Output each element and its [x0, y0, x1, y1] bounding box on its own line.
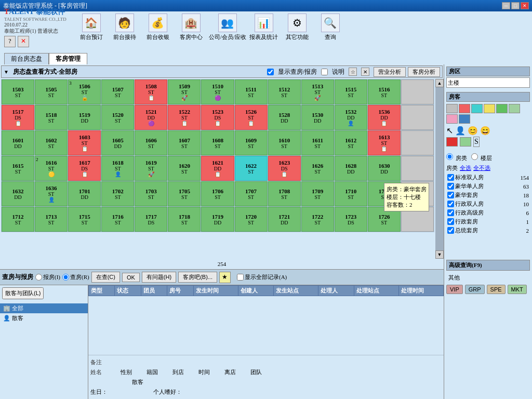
mkt-btn[interactable]: MKT [508, 285, 527, 294]
vip-btn[interactable]: VIP [446, 285, 463, 294]
room-cell[interactable]: 1716ST [101, 207, 134, 232]
room-cell[interactable]: 1617DS📋 [68, 156, 101, 181]
room-cell[interactable] [401, 130, 434, 155]
x-filter-btn[interactable]: ✕ [361, 68, 369, 76]
room-cell[interactable]: 1706ST [201, 181, 234, 206]
room-cell[interactable]: 21616ST🟡 [35, 156, 68, 181]
room-cell[interactable]: 1626ST [301, 156, 334, 181]
toolbar-kefang[interactable]: 🏨 客房中心 [176, 14, 207, 41]
roomtype-checkbox[interactable] [447, 201, 454, 207]
legend-cyan[interactable] [471, 104, 483, 113]
list-item-single[interactable]: 👤 散客 [0, 313, 88, 323]
ok-btn[interactable]: OK [122, 273, 140, 282]
toolbar-qiantai-shoyin[interactable]: 💰 前台收银 [142, 14, 174, 41]
person-icon[interactable]: 👤 [455, 126, 466, 136]
room-cell[interactable]: 1505ST [35, 79, 68, 104]
room-cell[interactable]: 1520ST [101, 105, 134, 130]
room-cell[interactable]: 1709ST [301, 181, 334, 206]
legend-dark-red[interactable] [446, 137, 458, 147]
room-cell[interactable]: 1708ST [268, 181, 301, 206]
room-cell[interactable]: 1621DD📋 [201, 156, 234, 181]
close-button[interactable]: ✕ [521, 2, 529, 9]
radio-checkout[interactable] [62, 274, 69, 281]
area-input[interactable] [446, 77, 530, 88]
scroll-up-btn[interactable]: ▲ [435, 79, 444, 87]
restore-button[interactable]: □ [511, 2, 520, 9]
list-item-all[interactable]: 🏢 全部 [0, 303, 88, 313]
roomtype-checkbox[interactable] [447, 174, 454, 181]
room-cell[interactable]: 1623DS📋 [268, 156, 301, 181]
room-cell[interactable]: 1507ST [101, 79, 134, 104]
room-cell[interactable]: 1612ST [335, 130, 367, 155]
room-cell[interactable]: 1521DD🟣 [135, 105, 167, 130]
room-cell[interactable]: 1532DD👤 [335, 105, 367, 130]
room-cell[interactable]: 1509ST🚀 [168, 79, 201, 104]
room-cell[interactable]: 1717DS [135, 207, 167, 232]
radio-type[interactable] [446, 153, 453, 160]
select-all-btn[interactable]: 全选 [460, 164, 471, 172]
room-cell[interactable]: 1707ST [235, 181, 268, 206]
room-cell[interactable]: 1613ST📋 [368, 130, 401, 155]
face2-icon[interactable]: 😄 [480, 126, 490, 136]
room-cell[interactable]: 1703ST [135, 181, 167, 206]
room-cell[interactable]: 1526ST📋 [235, 105, 268, 130]
toolbar-chaxun[interactable]: 🔍 查询 [315, 14, 346, 41]
roomtype-checkbox[interactable] [447, 183, 454, 190]
unselect-all-btn[interactable]: 全不选 [473, 164, 490, 172]
room-cell[interactable]: 1513ST🚀 [301, 79, 334, 104]
zacha-btn[interactable]: 在查(C) [91, 272, 120, 283]
roomtype-checkbox[interactable] [447, 209, 454, 216]
room-cell[interactable]: 1722ST [301, 207, 334, 232]
radio-floor-label[interactable]: 楼层 [471, 153, 492, 162]
radio-floor[interactable] [471, 153, 478, 160]
toolbar-qiantai-jiedai[interactable]: 🧑 前台接待 [109, 14, 140, 41]
tab-room-mgmt[interactable]: 客房管理 [49, 53, 87, 64]
room-cell[interactable]: 1601DD [2, 130, 34, 155]
tab-room-status[interactable]: 前台房态盘 [4, 53, 49, 64]
toolbar-baobiao[interactable]: 📊 报表及统计 [248, 14, 280, 41]
room-cell[interactable]: 1713ST [35, 207, 68, 232]
room-cell[interactable]: 1510ST🟣 [201, 79, 234, 104]
room-cell[interactable]: 1710ST [335, 181, 367, 206]
room-cell[interactable]: 1605DD [101, 130, 134, 155]
note-checkbox[interactable] [321, 69, 328, 75]
room-cell[interactable]: 1602ST [35, 130, 68, 155]
star-filter-btn[interactable]: ☆ [349, 68, 357, 76]
room-cell[interactable]: 1528DD [268, 105, 301, 130]
room-cell[interactable]: 1630DD [368, 156, 401, 181]
room-cell[interactable]: 1536DD📋 [368, 105, 401, 130]
room-cell[interactable]: 1609ST [235, 130, 268, 155]
business-analysis-btn[interactable]: 营业分析 [374, 67, 406, 77]
room-cell[interactable]: 1516ST [368, 79, 401, 104]
arrow-icon[interactable]: ↖ [446, 126, 453, 136]
grp-btn[interactable]: GRP [465, 285, 485, 294]
radio-checkin-label[interactable]: 报房(I) [35, 273, 60, 281]
room-cell[interactable]: 1628DD [335, 156, 367, 181]
room-cell[interactable]: 1610ST [268, 130, 301, 155]
room-cell[interactable]: 1705ST [168, 181, 201, 206]
toolbar-qita[interactable]: ⚙ 其它功能 [282, 14, 313, 41]
legend-gray[interactable] [446, 104, 458, 113]
problem-btn[interactable]: 有问题(H) [142, 272, 176, 283]
room-cell[interactable]: 1702ST [101, 181, 134, 206]
logout-button[interactable]: ✕ [18, 36, 29, 47]
minimize-button[interactable]: ─ [502, 2, 510, 9]
face-icon[interactable]: 😊 [468, 126, 478, 136]
room-cell[interactable] [401, 105, 434, 130]
room-cell[interactable]: 1503ST [2, 79, 34, 104]
legend-red[interactable] [459, 104, 470, 113]
scroll-down-btn[interactable]: ▼ [435, 250, 444, 259]
room-cell[interactable]: 1518ST [35, 105, 68, 130]
room-cell[interactable]: 1618ST👤 [101, 156, 134, 181]
room-cell[interactable]: 1619ST🚀 [135, 156, 167, 181]
kafei-btn[interactable]: 客房吧(B)... [178, 272, 217, 283]
room-cell[interactable]: 1611ST [301, 130, 334, 155]
room-cell[interactable]: 1701DD [68, 181, 101, 206]
room-cell[interactable]: 1712ST [2, 207, 34, 232]
show-all-checkbox[interactable] [237, 274, 244, 281]
toolbar-gongsi[interactable]: 👥 公司/会员/应收 [209, 14, 246, 41]
show-room-checkbox[interactable] [267, 69, 274, 75]
room-cell[interactable]: 1517DS📋 [2, 105, 34, 130]
room-cell[interactable]: 1512ST [268, 79, 301, 104]
legend-medium-green[interactable] [460, 137, 471, 147]
